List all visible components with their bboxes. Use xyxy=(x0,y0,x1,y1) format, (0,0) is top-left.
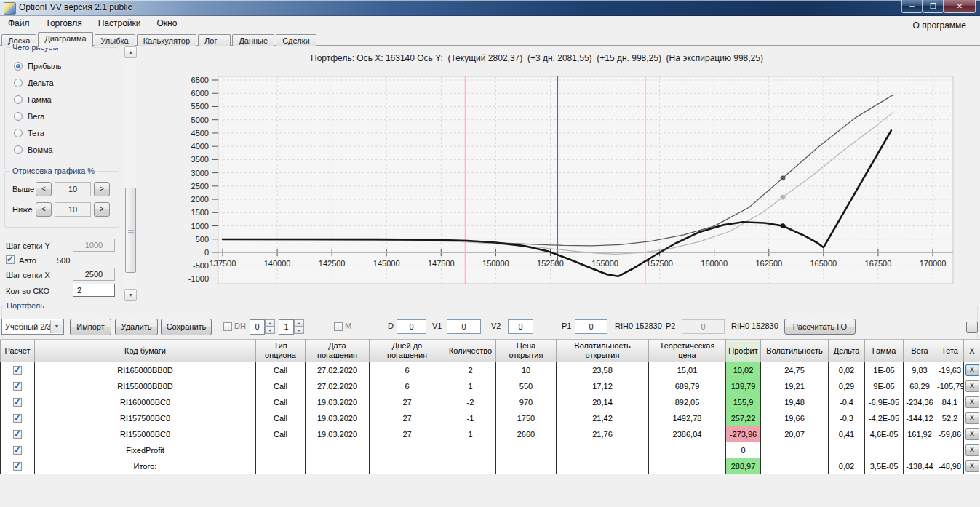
menu-file[interactable]: Файл xyxy=(0,16,38,30)
spin-down-icon[interactable]: ▼ xyxy=(265,327,275,334)
cell-open_price: 1750 xyxy=(496,410,557,426)
calc-margin-button[interactable]: Рассчитать ГО xyxy=(784,319,856,335)
cell-qty: 1 xyxy=(445,426,496,442)
scrollbar-thumb[interactable] xyxy=(125,188,136,273)
increase-button[interactable]: > xyxy=(94,182,110,196)
scroll-down-icon[interactable]: ▼ xyxy=(124,289,137,301)
dh-spinner-2-value[interactable]: 1 xyxy=(279,319,294,335)
cell-days xyxy=(370,442,445,458)
p2-field[interactable]: 0 xyxy=(682,319,725,334)
radio-icon[interactable] xyxy=(14,79,23,87)
cell-qty: 2 xyxy=(445,362,496,378)
radio-option-4[interactable]: Вега xyxy=(14,111,44,121)
increase-button[interactable]: > xyxy=(94,202,110,217)
cell-x: X xyxy=(964,362,980,378)
minimize-button[interactable]: ─ xyxy=(901,0,923,13)
menu-window[interactable]: Окно xyxy=(149,16,186,30)
cell-open_vol: 23,58 xyxy=(557,362,649,378)
radio-icon[interactable] xyxy=(14,62,23,71)
sko-count-field[interactable]: 2 xyxy=(73,284,115,297)
m-checkbox[interactable] xyxy=(334,322,343,331)
cell-vol: 19,21 xyxy=(761,378,829,394)
dh-spinner-1-value[interactable]: 0 xyxy=(250,319,265,335)
row-delete-button[interactable]: X xyxy=(965,428,979,440)
cell-delta: 0,29 xyxy=(829,378,865,394)
cell-gamma: 3,5E-05 xyxy=(865,458,904,474)
cell-delta: -0,4 xyxy=(829,394,865,410)
row-delete-button[interactable]: X xyxy=(965,444,979,456)
grid-step-x-field[interactable]: 2500 xyxy=(73,268,115,281)
delete-button[interactable]: Удалить xyxy=(115,319,158,335)
row-calc-checkbox[interactable] xyxy=(13,382,22,391)
row-delete-button[interactable]: X xyxy=(965,396,979,408)
panel-scrollbar[interactable]: ▲ ▼ xyxy=(124,46,136,301)
spin-up-icon[interactable]: ▲ xyxy=(265,319,275,327)
radio-option-2[interactable]: Дельта xyxy=(14,78,54,88)
radio-icon[interactable] xyxy=(14,95,23,104)
row-calc-checkbox[interactable] xyxy=(13,398,22,407)
cell-open_vol: 21,42 xyxy=(557,410,649,426)
row-calc-checkbox[interactable] xyxy=(13,430,22,439)
menubar: ФайлТорговляНастройкиОкно О программе xyxy=(0,16,980,32)
scroll-up-icon[interactable]: ▲ xyxy=(124,46,137,58)
menu-trade[interactable]: Торговля xyxy=(38,16,90,30)
tab-strip: ДоскаДиаграммаУлыбкаКалькуляторЛогДанные… xyxy=(0,32,980,46)
menu-settings[interactable]: Настройки xyxy=(90,16,149,30)
col-expiry-date-header: Датапогашения xyxy=(306,340,370,362)
radio-option-6[interactable]: Вомма xyxy=(14,145,53,155)
grid-step-y-field[interactable]: 1000 xyxy=(73,239,115,252)
p2-instrument-label: RIH0 152830 xyxy=(731,322,778,330)
cell-type: Call xyxy=(256,362,306,378)
menu-about[interactable]: О программе xyxy=(905,18,974,32)
row-delete-button[interactable]: X xyxy=(965,460,979,472)
cell-expiry: 19.03.2020 xyxy=(306,426,370,442)
close-button[interactable]: ✕ xyxy=(944,0,976,13)
radio-icon[interactable] xyxy=(14,112,23,121)
row-calc-checkbox[interactable] xyxy=(13,414,22,423)
tab-diagram[interactable]: Диаграмма xyxy=(38,32,92,47)
radio-icon[interactable] xyxy=(14,129,23,137)
cell-profit: 288,97 xyxy=(726,458,761,474)
row-delete-button[interactable]: X xyxy=(965,412,979,424)
render-percent-value[interactable]: 10 xyxy=(55,202,91,217)
v2-field[interactable]: 0 xyxy=(508,319,533,334)
collapse-button[interactable]: _ xyxy=(966,322,978,333)
radio-option-1[interactable]: Прибыль xyxy=(14,61,62,71)
x-tick-label: 137500 xyxy=(210,259,236,268)
m-label: M xyxy=(345,322,351,330)
radio-option-3[interactable]: Гамма xyxy=(14,95,52,105)
auto-checkbox[interactable] xyxy=(6,255,15,264)
col-open-volatility-header: Волатильностьоткрытия xyxy=(557,340,649,362)
cell-x: X xyxy=(964,378,980,394)
v1-field[interactable]: 0 xyxy=(447,319,481,334)
radio-option-5[interactable]: Тета xyxy=(14,128,44,138)
save-button[interactable]: Сохранить xyxy=(161,319,212,335)
cell-check xyxy=(1,362,35,378)
decrease-button[interactable]: < xyxy=(36,182,52,196)
portfolio-select[interactable]: Учебный 2/3 ▼ xyxy=(1,319,64,335)
chevron-down-icon[interactable]: ▼ xyxy=(50,320,63,333)
row-calc-checkbox[interactable] xyxy=(13,462,22,471)
import-button[interactable]: Импорт xyxy=(70,319,111,335)
render-percent-value[interactable]: 10 xyxy=(55,182,91,196)
row-calc-checkbox[interactable] xyxy=(13,366,22,375)
decrease-button[interactable]: < xyxy=(36,202,52,217)
dh-checkbox[interactable] xyxy=(223,322,232,331)
row-calc-checkbox[interactable] xyxy=(13,446,22,455)
row-delete-button[interactable]: X xyxy=(965,380,979,392)
spin-up-icon[interactable]: ▲ xyxy=(294,319,304,327)
p1-field[interactable]: 0 xyxy=(575,319,607,334)
row-delete-button[interactable]: X xyxy=(965,364,979,376)
render-row-label: Ниже xyxy=(12,205,36,214)
restore-button[interactable]: ❐ xyxy=(923,0,944,13)
cell-gamma: -6,9E-05 xyxy=(865,394,904,410)
spin-down-icon[interactable]: ▼ xyxy=(294,327,304,334)
profit-chart[interactable]: 6500600055005000450040003500300025002000… xyxy=(137,46,980,301)
cell-days: 27 xyxy=(370,426,445,442)
radio-icon[interactable] xyxy=(14,145,23,154)
cell-theta: -59,86 xyxy=(936,426,964,442)
d-field[interactable]: 0 xyxy=(397,319,426,334)
cell-vega xyxy=(904,442,936,458)
cell-vega: -234,36 xyxy=(904,394,936,410)
cell-code: RI155000BB0D xyxy=(35,378,256,394)
